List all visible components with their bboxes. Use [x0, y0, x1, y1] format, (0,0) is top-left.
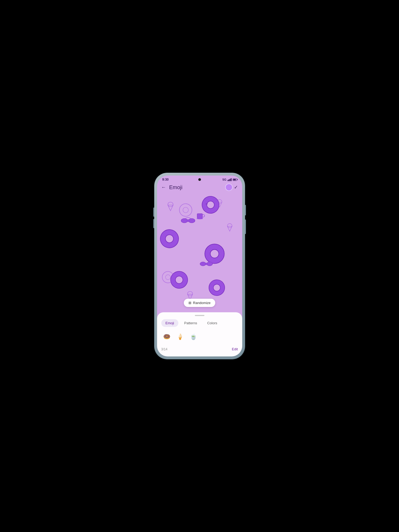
svg-point-18	[162, 271, 174, 283]
tab-colors[interactable]: Colors	[203, 319, 221, 327]
svg-point-30	[227, 224, 232, 228]
svg-point-22	[187, 219, 189, 222]
emoji-pattern	[157, 193, 242, 312]
randomize-icon: ⊞	[188, 301, 191, 305]
emoji-item-teacup[interactable]: 🍵	[188, 331, 199, 342]
signal-text: 5G	[223, 178, 227, 181]
back-button[interactable]: ←	[161, 185, 166, 190]
emoji-item-icecream[interactable]: 🍦	[175, 331, 186, 342]
edit-button[interactable]: Edit	[232, 347, 238, 351]
tab-row: Emoji Patterns Colors	[157, 319, 242, 330]
status-bar: 9:30 5G	[157, 176, 242, 182]
svg-rect-26	[197, 214, 202, 218]
status-icons: 5G	[223, 178, 237, 181]
svg-point-32	[187, 292, 192, 296]
color-indicator[interactable]	[225, 184, 233, 191]
svg-point-24	[207, 262, 213, 266]
confirm-button[interactable]: ✓	[234, 184, 238, 190]
tab-patterns[interactable]: Patterns	[180, 319, 201, 327]
phone-device: 9:30 5G ← Emoji ✓	[154, 173, 245, 359]
randomize-button[interactable]: ⊞ Randomize	[184, 299, 215, 307]
battery-icon	[233, 178, 237, 181]
page-title: Emoji	[169, 184, 225, 190]
svg-point-19	[165, 275, 170, 280]
status-time: 9:30	[162, 178, 169, 181]
tab-emoji[interactable]: Emoji	[161, 319, 179, 327]
svg-point-23	[200, 262, 206, 266]
svg-point-28	[168, 202, 173, 207]
sheet-handle	[195, 315, 204, 316]
emoji-item-donut[interactable]: 🍩	[161, 331, 172, 342]
svg-point-20	[181, 218, 188, 223]
randomize-label: Randomize	[193, 301, 211, 305]
svg-point-17	[183, 207, 188, 213]
svg-point-25	[205, 263, 207, 265]
volume-buttons	[153, 207, 154, 228]
wallpaper-preview: ⊞ Randomize	[157, 193, 242, 312]
svg-point-27	[196, 218, 203, 219]
bottom-sheet: Emoji Patterns Colors 🍩 🍦 🍵 3/14 Edit	[157, 312, 242, 356]
svg-point-21	[188, 218, 195, 223]
signal-bars	[228, 178, 232, 181]
emoji-count: 3/14	[161, 347, 167, 351]
phone-screen: 9:30 5G ← Emoji ✓	[157, 176, 242, 356]
battery-fill	[233, 179, 236, 180]
app-bar: ← Emoji ✓	[157, 182, 242, 193]
svg-point-34	[217, 200, 222, 204]
sheet-footer: 3/14 Edit	[157, 346, 242, 351]
emoji-grid: 🍩 🍦 🍵	[157, 330, 242, 346]
camera-notch	[198, 178, 201, 181]
